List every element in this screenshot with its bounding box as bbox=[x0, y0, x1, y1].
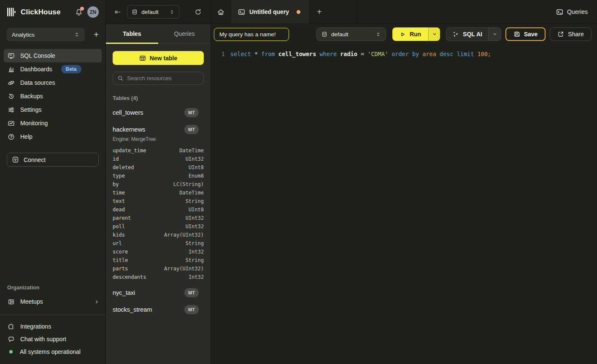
code-token: by bbox=[412, 51, 419, 57]
columns-list: update_timeDateTimeidUInt32deletedUInt8t… bbox=[113, 146, 204, 281]
avatar[interactable]: ZN bbox=[87, 6, 99, 18]
engine-badge: MT bbox=[184, 108, 199, 117]
database-icon bbox=[132, 9, 138, 15]
engine-badge: MT bbox=[184, 288, 199, 297]
tab-queries[interactable]: Queries bbox=[158, 24, 211, 43]
footer-nav: IntegrationsChat with supportAll systems… bbox=[4, 320, 102, 358]
column-type: Int32 bbox=[189, 249, 204, 255]
terminal-icon bbox=[556, 8, 563, 16]
search-resources-input[interactable] bbox=[127, 75, 199, 81]
column-type: String bbox=[186, 198, 204, 204]
sidebar-item-label: Settings bbox=[20, 106, 42, 113]
run-button-group: Run bbox=[392, 27, 440, 41]
column-row: update_timeDateTime bbox=[113, 146, 204, 155]
sidebar-footer: IntegrationsChat with supportAll systems… bbox=[0, 315, 105, 364]
explorer-topbar: ⇤ default bbox=[106, 0, 211, 24]
engine-badge: MT bbox=[184, 305, 199, 314]
code-line: select * from cell_towers where radio = … bbox=[230, 51, 491, 364]
sql-editor[interactable]: 1 select * from cell_towers where radio … bbox=[211, 44, 597, 364]
save-button[interactable]: Save bbox=[505, 27, 546, 41]
sidebar-item-help[interactable]: Help bbox=[4, 130, 102, 143]
column-row: byLC(String) bbox=[113, 180, 204, 189]
column-type: UInt32 bbox=[186, 215, 204, 221]
collapse-panel-button[interactable]: ⇤ bbox=[115, 8, 121, 16]
footer-item-all-systems-operational[interactable]: All systems operational bbox=[4, 345, 102, 358]
column-row: descendantsInt32 bbox=[113, 273, 204, 281]
chevron-right-icon: › bbox=[95, 297, 98, 306]
sidebar-item-label: Help bbox=[20, 133, 32, 140]
refresh-button[interactable] bbox=[194, 8, 202, 16]
query-name-input[interactable] bbox=[214, 28, 289, 41]
queries-button[interactable]: Queries bbox=[556, 0, 588, 24]
query-tab[interactable]: Untitled query bbox=[231, 0, 310, 24]
sidebar-item-settings[interactable]: Settings bbox=[4, 103, 102, 116]
sidebar-item-monitoring[interactable]: Monitoring bbox=[4, 116, 102, 130]
share-button[interactable]: Share bbox=[550, 27, 592, 41]
column-type: String bbox=[186, 257, 204, 263]
organization-section: Organization Meetups› IntegrationsChat w… bbox=[0, 285, 105, 364]
column-row: urlString bbox=[113, 239, 204, 248]
footer-item-chat-with-support[interactable]: Chat with support bbox=[4, 333, 102, 345]
connect-button[interactable]: Connect bbox=[7, 153, 99, 167]
integrations-icon bbox=[8, 323, 15, 330]
organization-nav: Meetups› bbox=[0, 295, 105, 308]
toolbar-database-value: default bbox=[331, 31, 348, 38]
column-name: poll bbox=[113, 224, 125, 229]
run-button[interactable]: Run bbox=[392, 27, 428, 41]
run-options-button[interactable] bbox=[428, 27, 440, 41]
org-item-meetups[interactable]: Meetups› bbox=[4, 295, 102, 308]
explorer-tabs: TablesQueries bbox=[106, 24, 211, 44]
save-button-label: Save bbox=[524, 31, 538, 38]
table-row-cell-towers[interactable]: cell_towersMT bbox=[113, 107, 204, 118]
column-row: textString bbox=[113, 197, 204, 205]
clickhouse-logo-icon bbox=[7, 7, 16, 17]
unsaved-changes-dot bbox=[297, 10, 300, 14]
connect-label: Connect bbox=[24, 156, 46, 163]
column-type: String bbox=[186, 240, 204, 246]
tables-list: cell_towersMThackernewsMTEngine: MergeTr… bbox=[113, 107, 204, 315]
engine-badge: MT bbox=[184, 125, 199, 134]
code-token: * bbox=[254, 51, 258, 57]
sidebar-item-data-sources[interactable]: Data sources bbox=[4, 76, 102, 89]
toolbar-database-select[interactable]: default bbox=[316, 27, 386, 41]
new-tab-button[interactable]: + bbox=[310, 0, 358, 24]
dashboards-icon bbox=[8, 66, 15, 73]
home-button[interactable] bbox=[211, 0, 231, 24]
sparkles-icon bbox=[452, 31, 459, 38]
tab-tables[interactable]: Tables bbox=[106, 24, 158, 43]
column-name: dead bbox=[113, 207, 125, 213]
table-row-hackernews[interactable]: hackernewsMT bbox=[113, 124, 204, 135]
add-workspace-button[interactable]: + bbox=[94, 30, 99, 39]
sql-ai-button[interactable]: SQL AI bbox=[446, 28, 488, 40]
notifications-bell-button[interactable] bbox=[74, 8, 84, 17]
footer-item-integrations[interactable]: Integrations bbox=[4, 320, 102, 333]
backups-icon bbox=[8, 93, 15, 100]
table-row-stocks-stream[interactable]: stocks_streamMT bbox=[113, 304, 204, 315]
plus-icon: + bbox=[317, 8, 322, 16]
query-toolbar: default Run bbox=[211, 24, 597, 44]
workspace-select[interactable]: Analytics bbox=[7, 28, 85, 41]
brand-title: ClickHouse bbox=[21, 8, 61, 16]
sql-ai-options-button[interactable] bbox=[488, 28, 501, 40]
sidebar-item-sql-console[interactable]: SQL Console bbox=[4, 49, 102, 62]
code-token: = bbox=[361, 51, 364, 57]
code-token: 'CDMA' bbox=[367, 51, 388, 57]
table-row-nyc-taxi[interactable]: nyc_taxiMT bbox=[113, 287, 204, 298]
query-tab-title: Untitled query bbox=[249, 8, 289, 15]
sidebar-item-backups[interactable]: Backups bbox=[4, 89, 102, 103]
code-token: 100; bbox=[477, 51, 491, 57]
column-type: UInt8 bbox=[189, 207, 204, 213]
sidebar-item-dashboards[interactable]: DashboardsBeta bbox=[4, 62, 102, 76]
column-row: typeEnum8 bbox=[113, 172, 204, 180]
code-token: area bbox=[422, 51, 436, 57]
column-type: UInt32 bbox=[186, 156, 204, 162]
meetups-icon bbox=[8, 298, 15, 305]
explorer-database-select[interactable]: default bbox=[127, 5, 179, 19]
column-type: LC(String) bbox=[173, 181, 204, 187]
main-topbar: Untitled query + Queries bbox=[211, 0, 597, 24]
column-name: deleted bbox=[113, 164, 134, 170]
column-type: Enum8 bbox=[189, 173, 204, 179]
column-type: DateTime bbox=[179, 190, 204, 196]
new-table-button[interactable]: New table bbox=[113, 51, 204, 65]
org-item-label: Meetups bbox=[20, 298, 43, 305]
